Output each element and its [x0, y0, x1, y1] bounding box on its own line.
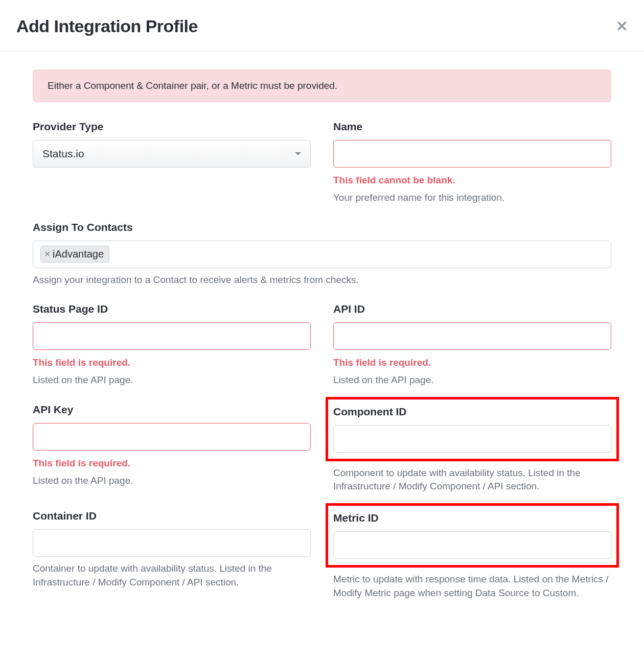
name-input[interactable] [333, 140, 611, 168]
metric-id-field: Metric ID Metric to update with response… [333, 510, 611, 600]
validation-alert: Either a Component & Container pair, or … [33, 69, 611, 102]
api-id-input[interactable] [333, 322, 611, 350]
status-page-id-label: Status Page ID [33, 303, 311, 315]
container-id-label: Container ID [33, 510, 311, 522]
provider-type-label: Provider Type [33, 121, 311, 133]
provider-type-value: Status.io [42, 148, 84, 160]
component-id-help: Component to update with availability st… [333, 466, 611, 493]
status-page-id-input[interactable] [33, 322, 311, 350]
api-id-field: API ID This field is required. Listed on… [333, 303, 611, 387]
api-key-label: API Key [33, 404, 311, 416]
contact-tag[interactable]: ✕ iAdvantage [40, 246, 109, 263]
api-key-field: API Key This field is required. Listed o… [33, 404, 311, 493]
provider-type-field: Provider Type Status.io [33, 121, 311, 205]
assign-contacts-label: Assign To Contacts [33, 221, 611, 233]
close-icon[interactable]: ✕ [616, 19, 628, 34]
modal-body: Either a Component & Container pair, or … [0, 51, 644, 600]
modal-title: Add Integration Profile [16, 16, 198, 36]
component-id-label: Component ID [333, 406, 611, 418]
tag-remove-icon[interactable]: ✕ [44, 250, 51, 258]
component-id-input[interactable] [333, 425, 611, 453]
assign-contacts-help: Assign your integration to a Contact to … [33, 273, 611, 287]
component-id-highlight: Component ID [326, 397, 619, 461]
contact-tag-label: iAdvantage [53, 248, 104, 260]
metric-id-highlight: Metric ID [326, 503, 619, 568]
name-label: Name [333, 121, 611, 133]
alert-text: Either a Component & Container pair, or … [48, 80, 337, 91]
status-page-id-field: Status Page ID This field is required. L… [33, 303, 311, 387]
container-id-help: Container to update with availability st… [33, 562, 311, 589]
name-field: Name This field cannot be blank. Your pr… [333, 121, 611, 205]
modal-header: Add Integration Profile ✕ [0, 0, 644, 51]
chevron-down-icon [295, 152, 301, 155]
metric-id-help: Metric to update with response time data… [333, 573, 611, 600]
assign-contacts-input[interactable]: ✕ iAdvantage [33, 241, 611, 268]
api-id-label: API ID [333, 303, 611, 315]
status-page-id-error: This field is required. [33, 357, 311, 368]
component-id-field: Component ID Component to update with av… [333, 404, 611, 493]
container-id-input[interactable] [33, 529, 311, 557]
status-page-id-help: Listed on the API page. [33, 373, 311, 387]
name-error: This field cannot be blank. [333, 175, 611, 186]
provider-type-select[interactable]: Status.io [33, 140, 311, 168]
metric-id-input[interactable] [333, 531, 611, 559]
api-key-help: Listed on the API page. [33, 474, 311, 488]
assign-contacts-field: Assign To Contacts ✕ iAdvantage Assign y… [33, 221, 611, 287]
api-key-error: This field is required. [33, 458, 311, 469]
container-id-field: Container ID Container to update with av… [33, 510, 311, 600]
name-help: Your preferred name for this integration… [333, 191, 611, 205]
api-id-error: This field is required. [333, 357, 611, 368]
api-key-input[interactable] [33, 423, 311, 451]
api-id-help: Listed on the API page. [333, 373, 611, 387]
metric-id-label: Metric ID [333, 512, 611, 524]
